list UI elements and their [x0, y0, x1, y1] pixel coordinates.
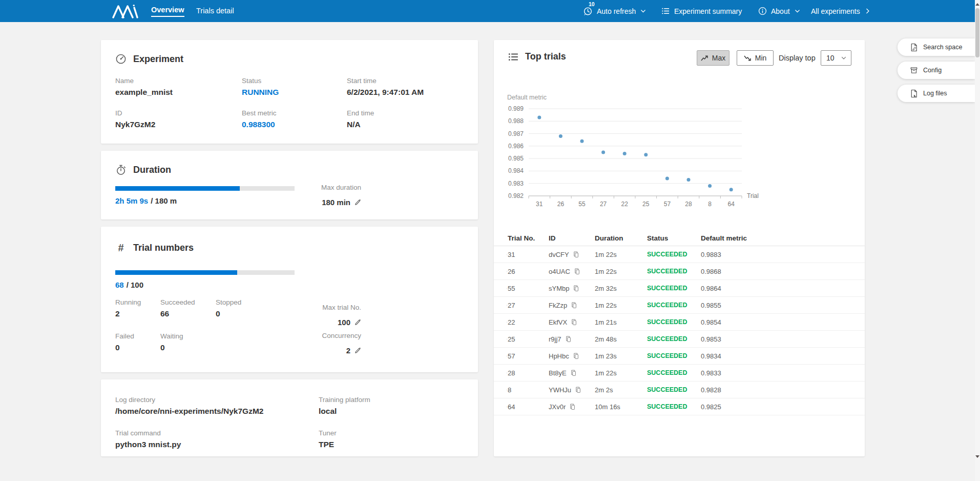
row-expand-chevron-icon[interactable] — [494, 353, 508, 359]
tab-trials-detail[interactable]: Trials detail — [196, 0, 234, 22]
log-files-icon — [910, 89, 918, 98]
row-expand-chevron-icon[interactable] — [494, 252, 508, 257]
svg-text:0.989: 0.989 — [508, 105, 524, 112]
tab-overview[interactable]: Overview — [151, 0, 184, 22]
copy-icon[interactable] — [575, 386, 581, 394]
duration-cell: 1m 22s — [595, 302, 647, 309]
min-button[interactable]: Min — [737, 50, 774, 66]
status-cell: SUCCEEDED — [647, 369, 701, 376]
edit-pencil-icon[interactable] — [353, 347, 361, 354]
copy-icon[interactable] — [571, 318, 577, 326]
metric-cell: 0.9825 — [701, 403, 865, 411]
trial-number-cell: 64 — [508, 403, 549, 411]
trial-number-cell: 31 — [508, 251, 549, 258]
row-expand-chevron-icon[interactable] — [494, 286, 508, 291]
edit-pencil-icon[interactable] — [353, 318, 361, 326]
vertical-scrollbar[interactable] — [975, 0, 980, 481]
field-end-time: End timeN/A — [347, 109, 478, 129]
copy-icon[interactable] — [574, 268, 580, 275]
config-fields: Log directory/home/core/nni-experiments/… — [101, 379, 478, 449]
status-cell: SUCCEEDED — [647, 386, 701, 393]
table-row: 57 HpHbc 1m 23s SUCCEEDED 0.9834 — [494, 348, 865, 365]
copy-icon[interactable] — [565, 335, 572, 343]
duration-panel: Duration 2h 5m 9s/ 180 m Max duration 18… — [101, 151, 478, 219]
scroll-down-arrow[interactable] — [975, 453, 980, 459]
field-start-time: Start time6/2/2021, 9:47:01 AM — [347, 77, 478, 97]
row-expand-chevron-icon[interactable] — [494, 370, 508, 376]
display-top-select[interactable]: 10 — [821, 50, 851, 66]
about-menu[interactable]: About — [758, 0, 801, 22]
config-button[interactable]: Config — [898, 62, 975, 79]
trial-numbers-header: # Trial numbers — [101, 227, 478, 254]
chevron-right-icon — [864, 8, 871, 14]
refresh-interval-badge: 10 — [589, 1, 595, 7]
svg-text:64: 64 — [728, 201, 735, 208]
experiment-config-panel: Log directory/home/core/nni-experiments/… — [101, 379, 478, 456]
copy-icon[interactable] — [573, 352, 579, 360]
config-archive-icon — [910, 66, 918, 74]
trial-id-cell: o4UAC — [549, 268, 595, 275]
status-cell: SUCCEEDED — [647, 352, 701, 359]
bulleted-list-icon — [508, 52, 518, 62]
status-cell: SUCCEEDED — [647, 302, 701, 309]
about-label: About — [771, 7, 790, 15]
svg-text:28: 28 — [685, 201, 692, 208]
copy-icon[interactable] — [570, 369, 577, 377]
svg-text:0.988: 0.988 — [508, 117, 524, 125]
copy-icon[interactable] — [573, 251, 579, 258]
row-expand-chevron-icon[interactable] — [494, 387, 508, 393]
table-row: 22 EkfVX 1m 21s SUCCEEDED 0.9854 — [494, 314, 865, 331]
trial-id-cell: Bt8yE — [549, 369, 595, 377]
edit-pencil-icon[interactable] — [353, 198, 361, 206]
svg-text:27: 27 — [600, 201, 607, 208]
scrollbar-thumb[interactable] — [975, 8, 979, 57]
trial-number-cell: 25 — [508, 335, 549, 343]
concurrency-block: Concurrency 2 — [318, 332, 361, 355]
copy-icon[interactable] — [573, 285, 579, 292]
all-experiments-link[interactable]: All experiments — [811, 0, 871, 22]
metric-cell: 0.9834 — [701, 352, 865, 360]
row-expand-chevron-icon[interactable] — [494, 404, 508, 410]
copy-icon[interactable] — [569, 403, 576, 411]
svg-text:31: 31 — [536, 201, 543, 208]
svg-text:0.986: 0.986 — [508, 143, 524, 150]
status-cell: SUCCEEDED — [647, 285, 701, 292]
duration-progress-text: 2h 5m 9s/ 180 m — [115, 196, 478, 205]
trial-id-cell: FkZzp — [549, 302, 595, 309]
svg-text:0.982: 0.982 — [508, 192, 524, 199]
svg-text:0.984: 0.984 — [508, 167, 524, 174]
copy-icon[interactable] — [571, 302, 577, 309]
max-button[interactable]: Max — [697, 50, 729, 66]
experiment-summary-button[interactable]: Experiment summary — [661, 0, 742, 22]
field-trial-command: Trial commandpython3 mnist.py — [115, 429, 319, 449]
stat-running: Running2 — [115, 298, 160, 318]
table-row: 64 JXv0r 10m 16s SUCCEEDED 0.9825 — [494, 398, 865, 415]
svg-text:8: 8 — [708, 201, 712, 208]
experiment-fields: Nameexample_mnist StatusRUNNING Start ti… — [101, 65, 478, 129]
metric-cell: 0.9853 — [701, 335, 865, 343]
concurrency-value: 2 — [346, 346, 350, 355]
field-status: StatusRUNNING — [242, 77, 347, 97]
trials-progress-fill — [115, 270, 237, 275]
auto-refresh-menu[interactable]: 10 Auto refresh — [583, 0, 647, 22]
row-expand-chevron-icon[interactable] — [494, 303, 508, 308]
svg-text:55: 55 — [578, 201, 586, 208]
row-expand-chevron-icon[interactable] — [494, 336, 508, 342]
trial-id-cell: r9jj7 — [549, 335, 595, 343]
search-space-button[interactable]: Search space — [898, 38, 975, 56]
field-training-platform: Training platformlocal — [319, 396, 478, 416]
row-expand-chevron-icon[interactable] — [494, 319, 508, 325]
svg-text:0.985: 0.985 — [508, 155, 524, 162]
scroll-up-arrow[interactable] — [975, 1, 980, 7]
info-icon — [758, 7, 767, 15]
experiment-panel: Experiment Nameexample_mnist StatusRUNNI… — [101, 40, 478, 144]
search-space-label: Search space — [923, 44, 962, 51]
metric-cell: 0.9833 — [701, 369, 865, 377]
gauge-icon — [115, 53, 127, 65]
row-expand-chevron-icon[interactable] — [494, 269, 508, 274]
duration-cell: 1m 21s — [595, 318, 647, 326]
table-header-row: Trial No. ID Duration Status Default met… — [494, 231, 865, 246]
metric-cell: 0.9855 — [701, 302, 865, 309]
log-files-button[interactable]: Log files — [898, 85, 975, 102]
trial-number-cell: 27 — [508, 302, 549, 309]
